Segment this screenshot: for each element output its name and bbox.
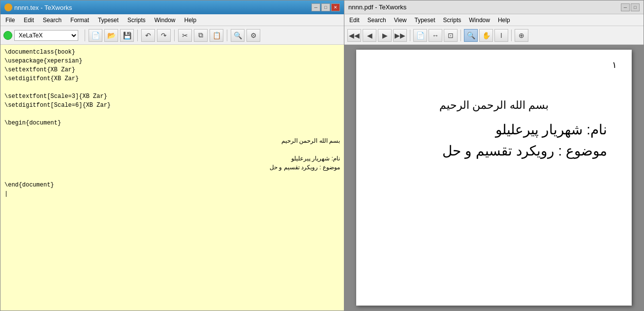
pdf-page-button[interactable]: 📄 [413, 29, 427, 42]
menu-search[interactable]: Search [40, 17, 64, 24]
editor-line: \settextfont{XB Zar} [4, 65, 340, 74]
menu-format[interactable]: Format [67, 17, 92, 24]
save-button[interactable]: 💾 [120, 29, 134, 42]
toolbar-separator-3 [174, 30, 175, 41]
editor-line [4, 127, 340, 136]
pdf-menu-help[interactable]: Help [495, 17, 513, 24]
editor-line: \begin{document} [4, 119, 340, 127]
tex-editor-content[interactable]: \documentclass{book} \usepackage{xepersi… [0, 45, 344, 311]
search-button[interactable]: 🔍 [231, 29, 245, 42]
new-button[interactable]: 📄 [89, 29, 102, 42]
page-number: ١ [612, 60, 617, 70]
editor-line: \end{document} [4, 181, 340, 189]
menu-file[interactable]: File [2, 17, 18, 24]
pdf-prev-button[interactable]: ◀ [363, 29, 376, 42]
pdf-name-text: نام: شهریار پیرعلیلو [381, 122, 607, 138]
pdf-toolbar-sep1 [410, 30, 410, 41]
pdf-select-button[interactable]: I [494, 29, 508, 42]
pdf-menubar: Edit Search View Typeset Scripts Window … [344, 14, 644, 26]
redo-button[interactable]: ↷ [157, 29, 171, 42]
menu-window[interactable]: Window [152, 17, 179, 24]
toolbar-separator-1 [85, 30, 85, 41]
editor-line [4, 172, 340, 181]
toolbar-separator-4 [227, 30, 227, 41]
pdf-window-title: nnnn.pdf - TeXworks [348, 3, 406, 11]
pdf-menu-edit[interactable]: Edit [346, 17, 363, 24]
editor-cursor-line [4, 189, 340, 198]
menu-scripts[interactable]: Scripts [124, 17, 149, 24]
titlebar-left: nnnn.tex - TeXworks [4, 3, 72, 11]
pdf-menu-typeset[interactable]: Typeset [412, 17, 438, 24]
typeset-run-button[interactable] [3, 31, 12, 40]
pdf-menu-search[interactable]: Search [365, 17, 389, 24]
pdf-titlebar: nnnn.pdf - TeXworks ─ □ [344, 0, 644, 14]
cut-button[interactable]: ✂ [178, 29, 192, 42]
copy-button[interactable]: ⧉ [194, 29, 208, 42]
pdf-content-area[interactable]: ١ بسم الله الرحمن الرحيم نام: شهریار پیر… [344, 45, 644, 311]
minimize-button[interactable]: ─ [311, 3, 320, 11]
editor-line: \documentclass{book} [4, 48, 340, 57]
engine-dropdown[interactable]: XeLaTeX pdfLaTeX LaTeX [14, 30, 78, 41]
pdf-last-button[interactable]: ▶▶ [393, 29, 407, 42]
editor-line: \setdigitfont[Scale=6]{XB Zar} [4, 101, 340, 110]
pdf-menu-scripts[interactable]: Scripts [440, 17, 464, 24]
pdf-fitwidth-button[interactable]: ↔ [429, 29, 442, 42]
pdf-toolbar-sep2 [460, 30, 461, 41]
pdf-subject-text: موضوع : رویکرد تقسیم و حل [381, 143, 607, 159]
maximize-button[interactable]: □ [321, 3, 330, 11]
tex-window-title: nnnn.tex - TeXworks [14, 4, 72, 11]
editor-line [4, 83, 340, 92]
tex-menubar: File Edit Search Format Typeset Scripts … [0, 14, 344, 26]
pdf-hand-button[interactable]: ✋ [479, 29, 493, 42]
pdf-fitpage-button[interactable]: ⊡ [444, 29, 458, 42]
pdf-zoom-button[interactable]: 🔍 [464, 29, 478, 42]
tex-editor-window: nnnn.tex - TeXworks ─ □ ✕ File Edit Sear… [0, 0, 344, 311]
editor-line: \usepackage{xepersian} [4, 57, 340, 65]
editor-line: \settextfont[Scale=3]{XB Zar} [4, 92, 340, 101]
settings-button[interactable]: ⚙ [246, 29, 260, 42]
pdf-menu-view[interactable]: View [391, 17, 410, 24]
editor-line-arabic: نام: شهریار پیرعلیلو [4, 154, 340, 163]
pdf-minimize-button[interactable]: ─ [621, 3, 630, 11]
editor-line-arabic: موضوع : رویکرد تقسیم و حل [4, 163, 340, 172]
pdf-maximize-button[interactable]: □ [631, 3, 640, 11]
tex-toolbar: XeLaTeX pdfLaTeX LaTeX 📄 📂 💾 ↶ ↷ ✂ ⧉ 📋 🔍… [0, 26, 344, 45]
editor-line [4, 145, 340, 154]
tex-titlebar: nnnn.tex - TeXworks ─ □ ✕ [0, 0, 344, 14]
toolbar-separator-2 [137, 30, 138, 41]
undo-button[interactable]: ↶ [141, 29, 155, 42]
engine-selector: XeLaTeX pdfLaTeX LaTeX [3, 30, 78, 41]
pdf-page: ١ بسم الله الرحمن الرحيم نام: شهریار پیر… [356, 50, 632, 306]
pdf-synctex-button[interactable]: ⊕ [515, 29, 528, 42]
menu-help[interactable]: Help [181, 17, 199, 24]
menu-edit[interactable]: Edit [21, 17, 37, 24]
pdf-menu-window[interactable]: Window [466, 17, 493, 24]
close-button[interactable]: ✕ [331, 3, 340, 11]
editor-line: \setdigitfont{XB Zar} [4, 74, 340, 83]
app-icon [4, 3, 12, 11]
pdf-next-button[interactable]: ▶ [378, 29, 392, 42]
menu-typeset[interactable]: Typeset [95, 17, 122, 24]
pdf-toolbar-sep3 [511, 30, 512, 41]
editor-line-arabic: بسم الله الرحمن الرحيم [4, 136, 340, 145]
pdf-viewer-window: nnnn.pdf - TeXworks ─ □ Edit Search View… [344, 0, 644, 311]
pdf-bismillah-text: بسم الله الرحمن الرحيم [381, 99, 607, 112]
open-button[interactable]: 📂 [104, 29, 118, 42]
pdf-toolbar: ◀◀ ◀ ▶ ▶▶ 📄 ↔ ⊡ 🔍 ✋ I ⊕ [344, 26, 644, 45]
window-controls: ─ □ ✕ [311, 3, 340, 11]
editor-line [4, 110, 340, 119]
pdf-window-controls: ─ □ [621, 3, 640, 11]
paste-button[interactable]: 📋 [210, 29, 223, 42]
pdf-back-button[interactable]: ◀◀ [347, 29, 361, 42]
